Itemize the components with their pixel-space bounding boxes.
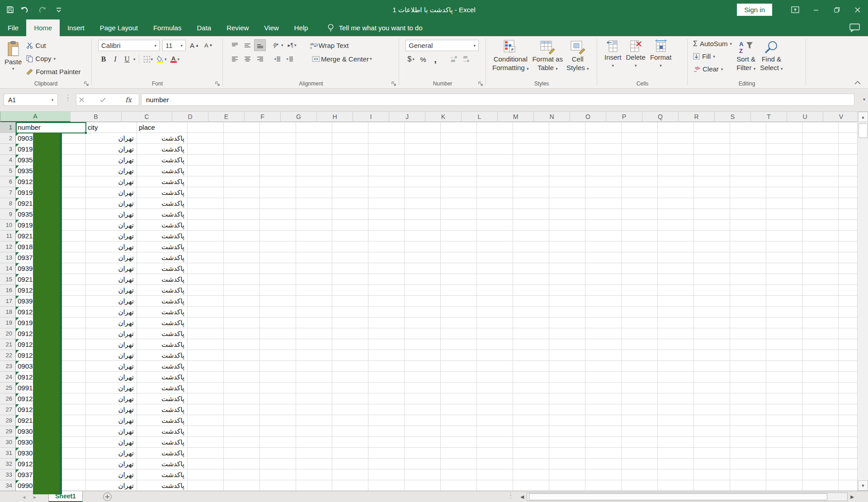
cell-Q8[interactable] — [658, 198, 694, 209]
cell-J24[interactable] — [405, 372, 441, 383]
cell-J31[interactable] — [405, 448, 441, 459]
name-box[interactable]: A1 ▾ — [4, 94, 58, 106]
cell-C22[interactable]: پاکدشت — [137, 350, 188, 361]
comma-style-button[interactable]: , — [430, 54, 441, 65]
cell-K5[interactable] — [441, 166, 477, 176]
cell-S32[interactable] — [730, 459, 766, 469]
cell-F8[interactable] — [260, 198, 296, 209]
cell-V11[interactable] — [839, 231, 857, 242]
cell-L29[interactable] — [477, 426, 513, 437]
cell-U3[interactable] — [802, 144, 839, 155]
cell-O16[interactable] — [585, 285, 622, 296]
row-header-17[interactable]: 17 — [0, 296, 16, 307]
font-size-combo[interactable]: 11 ▾ — [162, 40, 186, 51]
cell-L27[interactable] — [477, 404, 513, 415]
cell-J25[interactable] — [405, 383, 441, 393]
cell-F5[interactable] — [260, 166, 296, 176]
cell-K18[interactable] — [441, 307, 477, 317]
cell-Q14[interactable] — [658, 263, 694, 274]
cell-L32[interactable] — [477, 459, 513, 469]
cell-P11[interactable] — [622, 231, 658, 242]
percent-style-button[interactable]: % — [418, 54, 429, 65]
cell-V6[interactable] — [839, 176, 857, 187]
cell-A1[interactable]: number — [16, 122, 86, 133]
cell-S7[interactable] — [730, 187, 766, 198]
cell-F25[interactable] — [260, 383, 296, 393]
scroll-up-icon[interactable]: ▲ — [858, 112, 868, 122]
cell-N5[interactable] — [549, 166, 585, 176]
cell-L31[interactable] — [477, 448, 513, 459]
tab-page-layout[interactable]: Page Layout — [92, 19, 146, 36]
column-header-U[interactable]: U — [787, 112, 823, 122]
cell-R9[interactable] — [694, 209, 730, 220]
cell-E20[interactable] — [224, 328, 260, 339]
cell-O12[interactable] — [585, 242, 622, 252]
cell-V5[interactable] — [839, 166, 857, 176]
insert-cells-button[interactable]: Insert ▾ — [604, 37, 622, 70]
cell-J18[interactable] — [405, 307, 441, 317]
cell-N31[interactable] — [549, 448, 585, 459]
cell-E12[interactable] — [224, 242, 260, 252]
cell-N12[interactable] — [549, 242, 585, 252]
cell-O31[interactable] — [585, 448, 622, 459]
cell-P26[interactable] — [622, 393, 658, 404]
cell-F27[interactable] — [260, 404, 296, 415]
cell-H31[interactable] — [332, 448, 368, 459]
cell-S20[interactable] — [730, 328, 766, 339]
ribbon-display-options-icon[interactable] — [785, 0, 806, 19]
cell-V34[interactable] — [839, 480, 857, 491]
cell-P12[interactable] — [622, 242, 658, 252]
cell-F29[interactable] — [260, 426, 296, 437]
cell-C12[interactable]: پاکدشت — [137, 242, 188, 252]
cell-K21[interactable] — [441, 339, 477, 350]
italic-button[interactable]: I — [110, 54, 121, 65]
cell-L17[interactable] — [477, 296, 513, 307]
cell-H3[interactable] — [332, 144, 368, 155]
cell-H9[interactable] — [332, 209, 368, 220]
cell-O1[interactable] — [585, 122, 622, 133]
cell-N26[interactable] — [549, 393, 585, 404]
cell-M23[interactable] — [513, 361, 549, 372]
cell-K4[interactable] — [441, 155, 477, 166]
cell-F26[interactable] — [260, 393, 296, 404]
cell-H29[interactable] — [332, 426, 368, 437]
cell-J16[interactable] — [405, 285, 441, 296]
cell-J5[interactable] — [405, 166, 441, 176]
cell-V19[interactable] — [839, 317, 857, 328]
cell-V4[interactable] — [839, 155, 857, 166]
cell-P14[interactable] — [622, 263, 658, 274]
tab-view[interactable]: View — [256, 19, 286, 36]
cell-H5[interactable] — [332, 166, 368, 176]
cell-S33[interactable] — [730, 469, 766, 480]
cell-D19[interactable] — [188, 317, 224, 328]
cell-G25[interactable] — [296, 383, 332, 393]
cell-K16[interactable] — [441, 285, 477, 296]
cell-J29[interactable] — [405, 426, 441, 437]
cell-G3[interactable] — [296, 144, 332, 155]
cell-E25[interactable] — [224, 383, 260, 393]
cell-Q17[interactable] — [658, 296, 694, 307]
cell-R25[interactable] — [694, 383, 730, 393]
cell-F6[interactable] — [260, 176, 296, 187]
cell-R23[interactable] — [694, 361, 730, 372]
cell-O33[interactable] — [585, 469, 622, 480]
cell-Q29[interactable] — [658, 426, 694, 437]
column-header-I[interactable]: I — [353, 112, 389, 122]
cell-V8[interactable] — [839, 198, 857, 209]
cell-G28[interactable] — [296, 415, 332, 426]
cell-B23[interactable]: تهران — [86, 361, 137, 372]
cell-I1[interactable] — [368, 122, 405, 133]
cell-L4[interactable] — [477, 155, 513, 166]
cell-C29[interactable]: پاکدشت — [137, 426, 188, 437]
cell-H10[interactable] — [332, 220, 368, 231]
orientation-dropdown-chevron[interactable]: ▾ — [281, 43, 283, 47]
vertical-scrollbar[interactable]: ▲ ▼ — [857, 112, 868, 491]
cell-R26[interactable] — [694, 393, 730, 404]
cell-G6[interactable] — [296, 176, 332, 187]
cell-O6[interactable] — [585, 176, 622, 187]
cell-B22[interactable]: تهران — [86, 350, 137, 361]
cell-E8[interactable] — [224, 198, 260, 209]
cell-I5[interactable] — [368, 166, 405, 176]
cell-G5[interactable] — [296, 166, 332, 176]
cell-N27[interactable] — [549, 404, 585, 415]
